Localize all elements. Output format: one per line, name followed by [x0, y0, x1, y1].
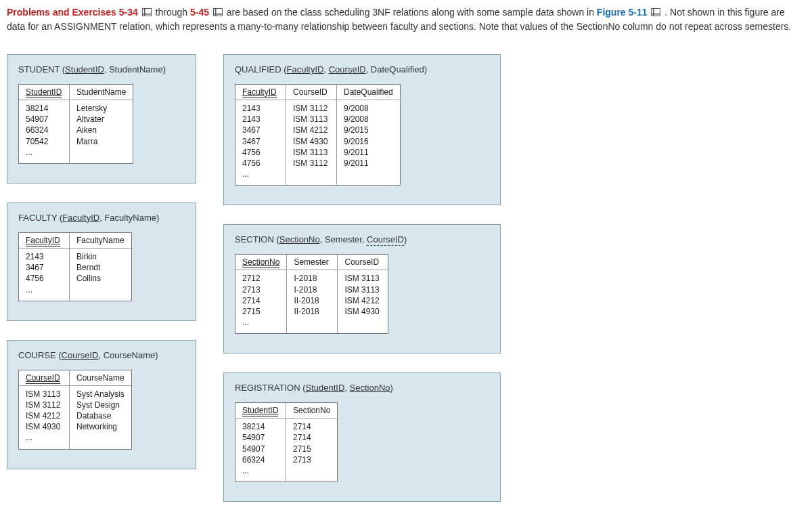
schema-grid: STUDENT (StudentID, StudentName) Student…	[7, 54, 805, 502]
sample-table: SectionNo 2712271327142715... Semester I…	[235, 254, 388, 334]
relation-title: REGISTRATION (StudentID, SectionNo)	[235, 383, 489, 393]
col-header: StudentID	[26, 87, 62, 98]
relation-title: FACULTY (FacultyID, FacultyName)	[18, 213, 185, 223]
popout-icon[interactable]	[213, 8, 223, 16]
sample-table: FacultyID 214334674756... FacultyName Bi…	[18, 232, 132, 301]
col-header: CourseID	[293, 87, 328, 97]
col-header: DateQualified	[344, 87, 393, 97]
relation-faculty: FACULTY (FacultyID, FacultyName) Faculty…	[7, 202, 196, 321]
col-header: StudentID	[242, 406, 278, 416]
col-header: FacultyID	[26, 236, 60, 247]
col-header: CourseID	[344, 257, 379, 267]
link-figure-5-11[interactable]: Figure 5-11	[597, 7, 648, 18]
relation-section: SECTION (SectionNo, Semester, CourseID) …	[223, 224, 501, 354]
col-header: CourseID	[26, 373, 60, 384]
col-header: StudentName	[76, 87, 126, 97]
sample-table: StudentID 38214549076632470542... Studen…	[18, 84, 133, 164]
relation-title: QUALIFIED (FacultyID, CourseID, DateQual…	[235, 64, 489, 74]
relation-qualified: QUALIFIED (FacultyID, CourseID, DateQual…	[223, 54, 501, 205]
sample-table: CourseID ISM 3113ISM 3112ISM 4212ISM 493…	[18, 370, 132, 450]
relation-student: STUDENT (StudentID, StudentName) Student…	[7, 54, 196, 184]
col-header: SectionNo	[242, 257, 279, 268]
col-body: 38214549076632470542...	[19, 100, 69, 163]
col-header: SectionNo	[293, 406, 330, 415]
sample-table: FacultyID 214321433467346747564756... Co…	[235, 84, 401, 186]
popout-icon[interactable]	[142, 8, 152, 16]
relation-course: COURSE (CourseID, CourseName) CourseID I…	[7, 340, 196, 469]
col-header: CourseName	[76, 373, 125, 383]
intro-paragraph: Problems and Exercises 5-34 through 5-45…	[7, 5, 805, 34]
relation-title: SECTION (SectionNo, Semester, CourseID)	[235, 234, 489, 244]
col-header: Semester	[294, 257, 328, 267]
popout-icon[interactable]	[651, 8, 660, 16]
col-body: LeterskyAltvaterAikenMarra	[70, 100, 133, 152]
col-header: FacultyID	[242, 87, 277, 98]
link-problems-start[interactable]: Problems and Exercises 5-34	[7, 7, 138, 18]
col-header: FacultyName	[76, 236, 125, 245]
sample-table: StudentID 38214549075490766324... Sectio…	[235, 402, 338, 482]
relation-title: COURSE (CourseID, CourseName)	[18, 350, 185, 360]
link-problems-end[interactable]: 5-45	[190, 7, 209, 18]
relation-title: STUDENT (StudentID, StudentName)	[18, 64, 185, 74]
relation-registration: REGISTRATION (StudentID, SectionNo) Stud…	[223, 372, 501, 502]
